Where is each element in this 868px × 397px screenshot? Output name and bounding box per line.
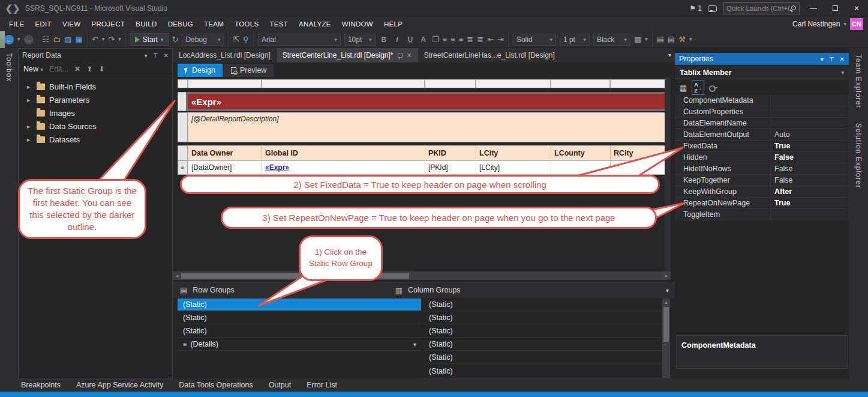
menu-build[interactable]: BUILD [130,20,162,28]
close-tab-icon[interactable]: ✕ [407,52,412,59]
column-group-static-1[interactable]: (Static) [424,299,662,311]
signed-in-user[interactable]: Carl Nestingen [792,20,840,28]
report-description-row[interactable]: [@DetailReportDescription] [188,112,671,142]
data-cell-dataowner[interactable]: [DataOwner] [188,161,262,174]
font-size-combo[interactable]: 10pt▾ [344,34,376,46]
row-handle[interactable] [178,145,188,160]
tab-list-dropdown-icon[interactable]: ▾ [668,52,671,58]
menu-edit[interactable]: EDIT [30,20,57,28]
border-color-combo[interactable]: Black▾ [593,34,630,46]
toolbar-overflow-icon[interactable]: ▾ [689,37,692,42]
menu-analyze[interactable]: ANALYZE [293,20,337,28]
description-expression[interactable]: [@DetailReportDescription] [188,113,670,123]
column-header-row[interactable]: Data Owner Global ID PKID LCity LCounty … [188,145,671,160]
pin-icon[interactable] [398,53,403,58]
property-row-toggleitem[interactable]: ToggleItem [675,209,849,220]
delete-icon[interactable]: ✕ [74,65,80,73]
solution-explorer-tab[interactable]: Solution Explorer [854,123,863,188]
menu-view[interactable]: VIEW [57,20,86,28]
property-row-dataelementname[interactable]: DataElementName [675,118,849,129]
move-up-icon[interactable]: ⬆ [86,65,92,73]
refresh-button[interactable]: ↻ [172,35,179,43]
paste-format-icon[interactable]: ❐ [432,35,439,43]
column-group-static-3[interactable]: (Static) [424,325,662,338]
scroll-right-icon[interactable]: ▸ [662,273,671,279]
categorized-view-icon[interactable]: ▦ [680,83,687,92]
open-file-button[interactable]: 🗀 [53,35,61,43]
numbered-list-button[interactable]: ≣ [467,35,473,43]
group-header-row-selected[interactable]: «Expr» [186,92,671,111]
data-tools-operations-tab[interactable]: Data Tools Operations [179,381,253,389]
scroll-left-icon[interactable]: ◂ [173,273,181,279]
column-group-static-2[interactable]: (Static) [424,312,662,324]
tree-item-built-in-fields[interactable]: ▸Built-in Fields [19,80,172,93]
align-center-button[interactable]: ≡ [450,35,455,43]
row-group-static-2[interactable]: (Static) [178,312,421,324]
tree-item-parameters[interactable]: ▸Parameters [19,93,172,106]
redo-button[interactable]: ↷ [108,35,115,43]
data-cell-rcity[interactable]: [RCity] [611,161,670,174]
back-dropdown-icon[interactable]: ▾ [17,37,20,42]
row-group-details[interactable]: ≡(Details)▾ [178,338,421,351]
italic-button[interactable]: I [392,35,402,44]
property-row-dataelementoutput[interactable]: DataElementOutputAuto [675,129,849,141]
undo-button[interactable]: ↶ [92,35,98,43]
avatar[interactable]: CN [850,18,863,30]
attach-process-icon[interactable]: ⇱ [233,35,239,43]
data-cell-globalid[interactable]: «Expr» [262,161,425,174]
team-explorer-tab[interactable]: Team Explorer [854,54,863,108]
selected-object-combo[interactable]: Tablix Member ▾ [675,66,849,79]
report-design-surface[interactable]: ≡ «Expr» [@DetailReportDescription] Data… [173,77,671,271]
redo-dropdown-icon[interactable]: ▾ [118,37,121,42]
scroll-up-icon[interactable]: ▴ [662,299,670,305]
font-family-combo[interactable]: Arial▾ [258,34,341,46]
border-width-combo[interactable]: 1 pt▾ [560,34,590,46]
feedback-icon[interactable] [708,5,717,12]
menu-tools[interactable]: TOOLS [229,20,264,28]
header-cell-lcity[interactable]: LCity [476,146,551,160]
alphabetical-sort-icon[interactable]: AZ↓ [692,80,704,95]
data-cell-lcounty[interactable] [551,161,611,174]
property-pages-key-icon[interactable] [709,85,717,90]
borders-button[interactable]: ▩ [634,35,641,43]
user-dropdown-icon[interactable]: ▾ [843,21,846,27]
details-dropdown-icon[interactable]: ▾ [413,341,416,348]
close-button[interactable]: ✕ [849,4,864,13]
property-row-componentmetadata[interactable]: ComponentMetadata [675,95,849,106]
notifications-flag-icon[interactable]: ⚑ 1 [689,4,702,13]
menu-test[interactable]: TEST [265,20,294,28]
detail-data-row[interactable]: [DataOwner] «Expr» [PKId] [LCity] [RCity… [188,160,671,175]
borders-dropdown-icon[interactable]: ▾ [645,37,648,42]
toolbox-tab[interactable]: Toolbox [5,53,13,82]
undo-dropdown-icon[interactable]: ▾ [102,37,105,42]
move-down-icon[interactable]: ⬇ [98,65,104,73]
property-row-repeatonnewpage[interactable]: RepeatOnNewPageTrue [675,198,849,209]
design-horizontal-scrollbar[interactable]: ◂ ▸ [173,271,671,280]
new-menu-button[interactable]: New ▾ [23,65,43,73]
scrollbar-thumb[interactable] [181,273,409,279]
group-header-expression[interactable]: «Expr» [188,97,221,107]
increase-indent-button[interactable]: ⇥ [497,35,504,43]
menu-window[interactable]: WINDOW [337,20,379,28]
header-cell-global-id[interactable]: Global ID [262,146,425,160]
save-all-button[interactable]: ▦ [75,35,82,43]
tree-item-datasets[interactable]: ▸Datasets [19,133,172,146]
navigate-forward-button[interactable]: → [24,35,34,44]
quick-launch-input[interactable]: Quick Launch (Ctrl+Q) [723,2,800,14]
row-group-static-3[interactable]: (Static) [178,325,421,338]
data-cell-pkid[interactable]: [PKId] [425,161,476,174]
wrench-icon[interactable]: ⚒ [678,35,686,43]
underline-button[interactable]: U [406,35,415,44]
edit-button[interactable]: Edit... [49,65,68,73]
menu-help[interactable]: HELP [379,20,408,28]
tree-item-data-sources[interactable]: ▸Data Sources [19,120,172,133]
align-right-button[interactable]: ≡ [459,35,464,43]
row-group-static-1[interactable]: (Static) [178,299,421,311]
property-row-hideifnorows[interactable]: HideIfNoRowsFalse [675,163,849,175]
panel-menu-icon[interactable]: ▾ [821,56,824,62]
report-layout2-icon[interactable]: ▤ [668,35,675,43]
navigate-back-button[interactable]: ← [4,35,14,44]
save-button[interactable]: ▧ [64,35,71,43]
menu-team[interactable]: TEAM [199,20,229,28]
output-tab[interactable]: Output [269,381,292,389]
